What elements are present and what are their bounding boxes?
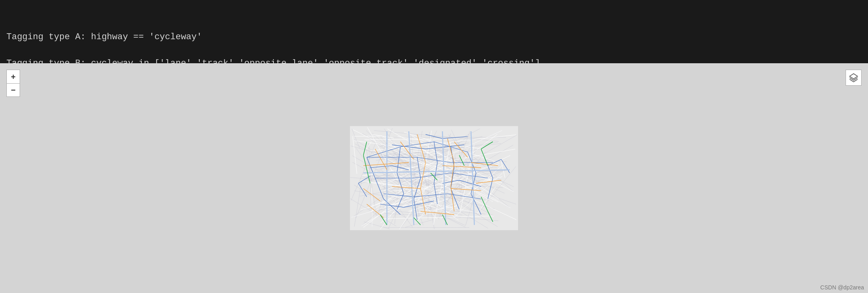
terminal-output: Tagging type A: highway == 'cycleway' Ta… xyxy=(0,0,868,63)
watermark: CSDN @dp2area xyxy=(820,284,864,291)
map-visualization xyxy=(350,126,518,230)
map-container: + − CSDN @dp2area xyxy=(0,63,868,293)
zoom-controls: + − xyxy=(6,70,20,97)
svg-marker-0 xyxy=(850,74,858,79)
zoom-out-button[interactable]: − xyxy=(6,83,20,97)
zoom-in-button[interactable]: + xyxy=(6,70,20,83)
terminal-line-1: Tagging type A: highway == 'cycleway' xyxy=(6,30,862,44)
layers-button[interactable] xyxy=(846,70,862,86)
layers-icon xyxy=(849,73,858,82)
